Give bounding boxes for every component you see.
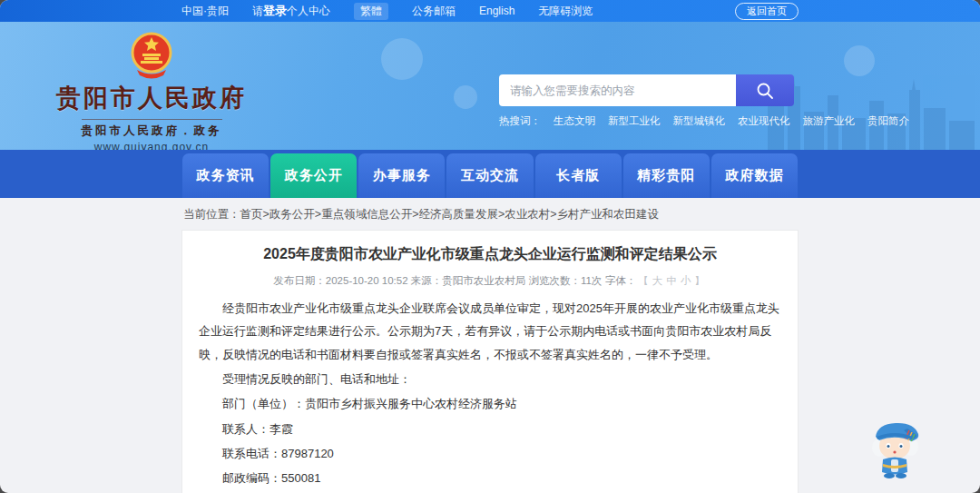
breadcrumb-label: 当前位置： <box>183 208 240 221</box>
article-paragraph: 经贵阳市农业产业化市级重点龙头企业联席会议成员单位审定，现对2025年开展的农业… <box>199 297 781 366</box>
article-meta: 发布日期：2025-10-20 10:52 来源：贵阳市农业农村局 浏览次数：1… <box>199 274 781 288</box>
font-size-large[interactable]: 大 <box>651 275 665 286</box>
nav-tab-hudong-jiaoliu[interactable]: 互动交流 <box>446 153 533 198</box>
views-label: 浏览次数： <box>529 275 582 286</box>
article-paragraph: 邮政编码：550081 <box>199 467 781 489</box>
mascot-icon[interactable] <box>867 417 924 478</box>
site-subtitle: 贵阳市人民政府．政务 <box>82 119 222 139</box>
search-input[interactable] <box>499 74 736 106</box>
hot-search-words: 热搜词： 生态文明 新型工业化 新型城镇化 农业现代化 旅游产业化 贵阳简介 <box>499 114 794 128</box>
breadcrumb-item[interactable]: 农业农村 <box>498 208 550 221</box>
article-body: 经贵阳市农业产业化市级重点龙头企业联席会议成员单位审定，现对2025年开展的农业… <box>199 297 781 493</box>
login-suffix: 个人中心 <box>287 5 330 17</box>
site-search <box>499 74 794 106</box>
link-traditional-chinese[interactable]: 繁體 <box>354 3 388 20</box>
site-title: 贵阳市人民政府 <box>56 82 247 114</box>
breadcrumb-home[interactable]: 首页 <box>240 208 263 221</box>
publish-date: 2025-10-20 10:52 <box>326 275 408 286</box>
font-bracket: 】 <box>692 275 707 286</box>
breadcrumb: 当前位置：首页政务公开重点领域信息公开经济高质量发展农业农村乡村产业和农田建设 <box>181 198 799 230</box>
hot-word-link[interactable]: 农业现代化 <box>738 114 790 128</box>
article-card: 2025年度贵阳市农业产业化市级重点龙头企业运行监测和评定结果公示 发布日期：2… <box>181 230 799 493</box>
login-entry[interactable]: 请登录个人中心 <box>252 3 330 19</box>
national-emblem-icon <box>125 29 178 80</box>
site-brand[interactable]: 贵阳市人民政府 贵阳市人民政府．政务 www.guiyang.gov.cn <box>56 29 247 150</box>
article-title: 2025年度贵阳市农业产业化市级重点龙头企业运行监测和评定结果公示 <box>199 245 781 264</box>
breadcrumb-item[interactable]: 政务公开 <box>263 208 315 221</box>
hot-words-label: 热搜词： <box>499 114 541 128</box>
nav-tab-zhengwu-gongkai[interactable]: 政务公开 <box>270 153 357 198</box>
hot-word-link[interactable]: 新型城镇化 <box>673 114 726 128</box>
primary-nav: 政务资讯 政务公开 办事服务 互动交流 长者版 精彩贵阳 政府数据 <box>0 150 980 198</box>
article-paragraph: 受理情况反映的部门、电话和地址： <box>199 368 781 390</box>
nav-tab-zhengwu-zixun[interactable]: 政务资讯 <box>182 153 269 198</box>
font-bracket: 【 <box>636 275 651 286</box>
site-header-banner: 贵阳市人民政府 贵阳市人民政府．政务 www.guiyang.gov.cn 热搜… <box>0 22 980 150</box>
login-prefix: 请 <box>252 5 263 17</box>
source-label: 来源： <box>411 275 443 286</box>
link-english[interactable]: English <box>479 5 514 17</box>
back-home-button[interactable]: 返回首页 <box>735 3 799 20</box>
breadcrumb-item[interactable]: 经济高质量发展 <box>412 208 498 221</box>
font-size-label: 字体： <box>605 275 637 286</box>
article-paragraph: 联系电话：87987120 <box>199 442 781 465</box>
search-icon <box>755 81 775 101</box>
source-value: 贵阳市农业农村局 <box>442 275 525 286</box>
site-url: www.guiyang.gov.cn <box>94 141 210 150</box>
publish-date-label: 发布日期： <box>273 275 326 286</box>
login-link[interactable]: 登录 <box>263 4 287 17</box>
link-accessibility[interactable]: 无障碍浏览 <box>538 4 593 19</box>
hot-word-link[interactable]: 生态文明 <box>554 114 595 128</box>
font-size-medium[interactable]: 中 <box>664 275 679 286</box>
browser-page: 中国·贵阳 请登录个人中心 繁體 公务邮箱 English 无障碍浏览 返回首页 <box>0 0 980 493</box>
breadcrumb-item[interactable]: 乡村产业和农田建设 <box>550 208 659 221</box>
link-official-mailbox[interactable]: 公务邮箱 <box>412 4 456 19</box>
hot-word-link[interactable]: 贵阳简介 <box>867 114 909 128</box>
cityscape-decoration <box>762 68 980 150</box>
hot-word-link[interactable]: 新型工业化 <box>608 114 661 128</box>
hot-word-link[interactable]: 旅游产业化 <box>803 114 856 128</box>
breadcrumb-item[interactable]: 重点领域信息公开 <box>315 208 412 221</box>
link-china-guiyang[interactable]: 中国·贵阳 <box>181 4 229 19</box>
nav-tab-zhangzheban[interactable]: 长者版 <box>535 153 622 198</box>
views-value: 11次 <box>581 275 602 286</box>
article-paragraph: 联系人：李霞 <box>199 418 781 440</box>
bokeh-decoration <box>381 38 423 80</box>
nav-tab-banshi-fuwu[interactable]: 办事服务 <box>358 153 445 198</box>
nav-tab-zhengfu-shuju[interactable]: 政府数据 <box>711 153 798 198</box>
nav-tab-jingcai-guiyang[interactable]: 精彩贵阳 <box>623 153 710 198</box>
article-paragraph: 部门（单位）：贵阳市乡村振兴服务中心农村经济服务站 <box>199 392 781 415</box>
font-size-small[interactable]: 小 <box>679 275 693 286</box>
top-utility-bar: 中国·贵阳 请登录个人中心 繁體 公务邮箱 English 无障碍浏览 返回首页 <box>0 0 980 22</box>
bokeh-decoration <box>454 85 477 109</box>
search-button[interactable] <box>736 74 794 106</box>
